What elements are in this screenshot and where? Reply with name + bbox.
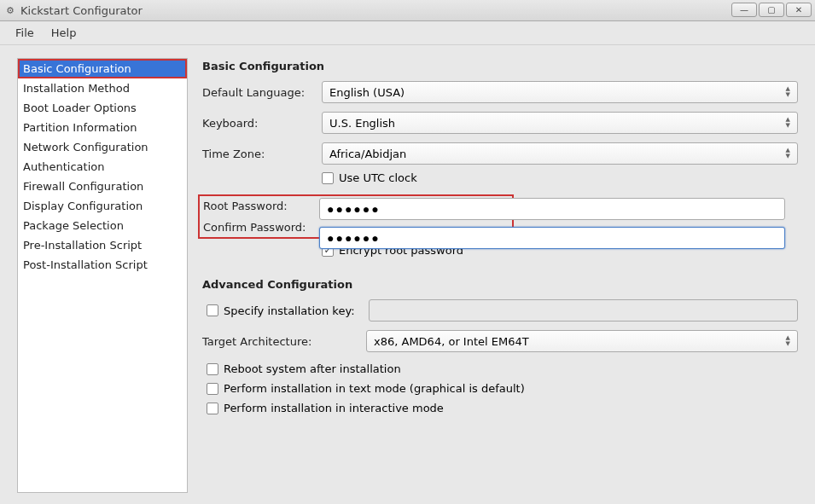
default-language-row: Default Language: English (USA) ▲▼: [202, 81, 798, 103]
use-utc-checkbox[interactable]: [322, 172, 334, 184]
default-language-label: Default Language:: [202, 86, 322, 99]
keyboard-value: U.S. English: [329, 117, 395, 130]
content-panel: Basic Configuration Default Language: En…: [192, 58, 806, 495]
titlebar: ⚙ Kickstart Configurator — ▢ ✕: [0, 0, 815, 21]
keyboard-row: Keyboard: U.S. English ▲▼: [202, 112, 798, 134]
text-mode-row: Perform installation in text mode (graph…: [207, 382, 798, 395]
advanced-config-heading: Advanced Configuration: [202, 278, 798, 291]
target-arch-label: Target Architecture:: [202, 335, 366, 348]
target-arch-value: x86, AMD64, or Intel EM64T: [374, 335, 529, 348]
window-controls: — ▢ ✕: [731, 3, 812, 17]
sidebar: Basic Configuration Installation Method …: [17, 58, 188, 493]
window-title: Kickstart Configurator: [20, 4, 143, 17]
use-utc-row: Use UTC clock: [322, 171, 798, 184]
default-language-combo[interactable]: English (USA) ▲▼: [322, 81, 798, 103]
installation-key-input[interactable]: [369, 299, 798, 322]
sidebar-item-pre-installation-script[interactable]: Pre-Installation Script: [18, 235, 187, 255]
menu-file[interactable]: File: [7, 23, 43, 43]
sidebar-item-basic-configuration[interactable]: Basic Configuration: [18, 59, 187, 78]
timezone-row: Time Zone: Africa/Abidjan ▲▼: [202, 142, 798, 165]
timezone-value: Africa/Abidjan: [329, 148, 406, 160]
keyboard-combo[interactable]: U.S. English ▲▼: [322, 112, 798, 134]
maximize-button[interactable]: ▢: [759, 3, 784, 17]
text-mode-checkbox[interactable]: [207, 383, 218, 395]
interactive-row: Perform installation in interactive mode: [207, 402, 798, 414]
sidebar-item-network-configuration[interactable]: Network Configuration: [18, 137, 187, 157]
sidebar-item-authentication[interactable]: Authentication: [18, 157, 187, 177]
keyboard-label: Keyboard:: [202, 117, 322, 130]
reboot-row: Reboot system after installation: [207, 362, 798, 375]
interactive-label: Perform installation in interactive mode: [224, 402, 444, 414]
reboot-checkbox[interactable]: [207, 363, 218, 375]
root-password-input[interactable]: ●●●●●●: [319, 198, 785, 220]
window-body: Basic Configuration Installation Method …: [0, 45, 815, 504]
sidebar-item-partition-information[interactable]: Partition Information: [18, 118, 187, 137]
sidebar-item-post-installation-script[interactable]: Post-Installation Script: [18, 255, 187, 275]
updown-icon: ▲▼: [786, 86, 790, 98]
minimize-button[interactable]: —: [731, 3, 757, 17]
confirm-password-input[interactable]: ●●●●●●: [319, 227, 785, 249]
target-arch-row: Target Architecture: x86, AMD64, or Inte…: [202, 330, 798, 352]
app-icon: ⚙: [4, 4, 16, 16]
specify-key-checkbox[interactable]: [207, 304, 218, 316]
menu-help[interactable]: Help: [43, 23, 85, 43]
sidebar-item-firewall-configuration[interactable]: Firewall Configuration: [18, 177, 187, 196]
use-utc-label: Use UTC clock: [339, 171, 417, 184]
interactive-checkbox[interactable]: [207, 403, 218, 414]
updown-icon: ▲▼: [786, 335, 790, 347]
password-highlight-box: Root Password: Confirm Password: ●●●●●● …: [198, 194, 514, 239]
updown-icon: ▲▼: [786, 117, 790, 129]
sidebar-item-package-selection[interactable]: Package Selection: [18, 216, 187, 235]
root-password-label: Root Password:: [203, 200, 318, 212]
sidebar-item-display-configuration[interactable]: Display Configuration: [18, 196, 187, 216]
default-language-value: English (USA): [329, 86, 405, 99]
specify-key-label: Specify installation key:: [224, 304, 369, 317]
sidebar-item-boot-loader-options[interactable]: Boot Loader Options: [18, 98, 187, 118]
basic-config-heading: Basic Configuration: [202, 60, 798, 72]
timezone-combo[interactable]: Africa/Abidjan ▲▼: [322, 142, 798, 165]
reboot-label: Reboot system after installation: [224, 362, 401, 375]
text-mode-label: Perform installation in text mode (graph…: [224, 382, 525, 395]
close-button[interactable]: ✕: [786, 3, 812, 17]
timezone-label: Time Zone:: [202, 148, 322, 160]
target-arch-combo[interactable]: x86, AMD64, or Intel EM64T ▲▼: [366, 330, 798, 352]
specify-key-row: Specify installation key:: [202, 299, 798, 322]
menubar: File Help: [0, 21, 815, 45]
confirm-password-label: Confirm Password:: [203, 221, 318, 234]
updown-icon: ▲▼: [786, 148, 790, 159]
sidebar-item-installation-method[interactable]: Installation Method: [18, 78, 187, 98]
